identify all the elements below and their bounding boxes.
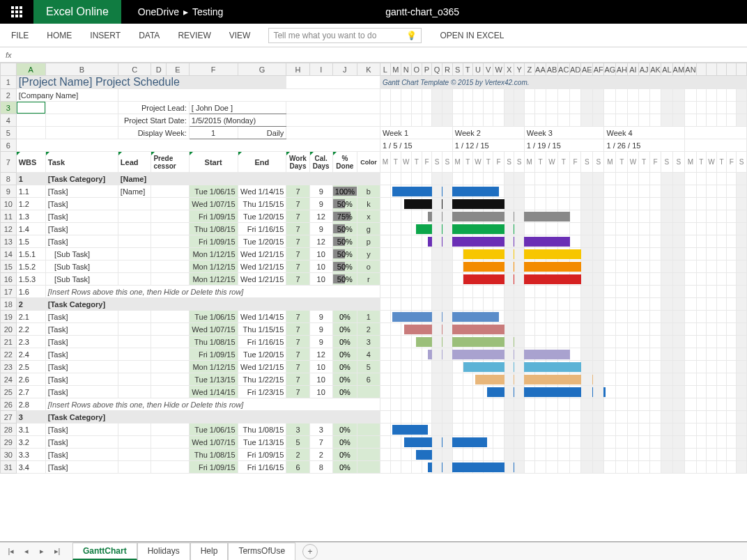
gantt-day-cell[interactable] bbox=[504, 198, 514, 210]
cell-pct[interactable]: 0% bbox=[332, 423, 357, 436]
gantt-day-cell[interactable] bbox=[380, 185, 390, 198]
cell-lead[interactable] bbox=[118, 311, 151, 323]
gantt-day-cell[interactable] bbox=[727, 373, 737, 386]
gantt-day-cell[interactable] bbox=[442, 298, 453, 311]
gantt-day-cell[interactable] bbox=[557, 298, 569, 311]
gantt-day-cell[interactable] bbox=[616, 298, 628, 311]
row-header[interactable]: 10 bbox=[1, 198, 17, 210]
gantt-day-cell[interactable] bbox=[727, 198, 737, 210]
gantt-day-cell[interactable] bbox=[717, 114, 727, 127]
gantt-day-cell[interactable] bbox=[422, 210, 432, 223]
gantt-day-cell[interactable] bbox=[524, 386, 534, 398]
row-header[interactable]: 26 bbox=[1, 398, 17, 411]
gantt-day-cell[interactable] bbox=[463, 411, 472, 423]
tab-home[interactable]: HOME bbox=[47, 31, 72, 40]
cell-color[interactable]: k bbox=[357, 198, 380, 210]
gantt-day-cell[interactable] bbox=[638, 185, 649, 198]
cell-task[interactable]: [Task] bbox=[45, 386, 118, 398]
row-header[interactable]: 6 bbox=[1, 139, 17, 152]
sheet-nav-last-icon[interactable]: ▸| bbox=[50, 547, 64, 556]
row-header[interactable]: 9 bbox=[1, 185, 17, 198]
project-title[interactable]: [Project Name] Project Schedule bbox=[16, 76, 286, 89]
gantt-day-cell[interactable] bbox=[661, 373, 672, 386]
gantt-day-cell[interactable] bbox=[380, 223, 390, 235]
gantt-day-cell[interactable] bbox=[581, 235, 593, 248]
cell-wbs[interactable]: 2.2 bbox=[16, 323, 45, 336]
gantt-day-cell[interactable] bbox=[524, 273, 534, 286]
cell-task[interactable]: [Task] bbox=[45, 235, 118, 248]
gantt-day-cell[interactable] bbox=[737, 361, 747, 373]
gantt-day-cell[interactable] bbox=[524, 223, 534, 235]
cell-end[interactable]: Wed 1/21/15 bbox=[238, 361, 286, 373]
row-header[interactable]: 14 bbox=[1, 248, 17, 260]
cell-color[interactable]: 2 bbox=[357, 323, 380, 336]
gantt-day-cell[interactable] bbox=[706, 248, 716, 260]
sheet-tab[interactable]: GanttChart bbox=[72, 543, 137, 560]
gantt-day-cell[interactable] bbox=[696, 423, 706, 436]
gantt-day-cell[interactable] bbox=[483, 311, 493, 323]
gantt-day-cell[interactable] bbox=[638, 398, 649, 411]
col-header[interactable] bbox=[717, 63, 727, 76]
gantt-day-cell[interactable] bbox=[493, 311, 504, 323]
formula-bar[interactable]: fx bbox=[0, 47, 747, 63]
gantt-day-cell[interactable] bbox=[534, 361, 546, 373]
gantt-day-cell[interactable] bbox=[514, 173, 525, 185]
cell-color[interactable]: 5 bbox=[357, 361, 380, 373]
cell-wd[interactable]: 7 bbox=[286, 361, 309, 373]
gantt-day-cell[interactable] bbox=[422, 173, 432, 185]
gantt-day-cell[interactable] bbox=[452, 286, 463, 298]
gantt-day-cell[interactable] bbox=[628, 336, 638, 348]
cell-pred[interactable] bbox=[151, 323, 189, 336]
gantt-day-cell[interactable] bbox=[514, 411, 525, 423]
gantt-day-cell[interactable] bbox=[390, 436, 401, 449]
gantt-day-cell[interactable] bbox=[452, 311, 463, 323]
gantt-day-cell[interactable] bbox=[706, 89, 716, 102]
gantt-day-cell[interactable] bbox=[581, 411, 593, 423]
cell-task[interactable]: [Task] bbox=[45, 361, 118, 373]
gantt-day-cell[interactable] bbox=[390, 223, 401, 235]
gantt-day-cell[interactable] bbox=[604, 373, 616, 386]
gantt-day-cell[interactable] bbox=[685, 298, 697, 311]
cell-pct[interactable]: 0% bbox=[332, 449, 357, 461]
gantt-day-cell[interactable] bbox=[696, 386, 706, 398]
gantt-day-cell[interactable] bbox=[514, 260, 525, 273]
gantt-day-cell[interactable] bbox=[432, 373, 442, 386]
col-header[interactable] bbox=[727, 63, 737, 76]
gantt-day-cell[interactable] bbox=[504, 348, 514, 361]
gantt-day-cell[interactable] bbox=[727, 260, 737, 273]
gantt-day-cell[interactable] bbox=[524, 411, 534, 423]
gantt-day-cell[interactable] bbox=[546, 398, 558, 411]
gantt-day-cell[interactable] bbox=[717, 436, 727, 449]
gantt-day-cell[interactable] bbox=[661, 286, 672, 298]
gantt-day-cell[interactable] bbox=[717, 449, 727, 461]
gantt-day-cell[interactable] bbox=[546, 235, 558, 248]
gantt-day-cell[interactable] bbox=[422, 449, 432, 461]
gantt-day-cell[interactable] bbox=[472, 248, 483, 260]
gantt-day-cell[interactable] bbox=[380, 373, 390, 386]
gantt-day-cell[interactable] bbox=[649, 373, 661, 386]
gantt-day-cell[interactable] bbox=[524, 398, 534, 411]
row-header[interactable]: 30 bbox=[1, 449, 17, 461]
gantt-day-cell[interactable] bbox=[390, 210, 401, 223]
cell-pred[interactable] bbox=[151, 386, 189, 398]
gantt-day-cell[interactable] bbox=[432, 273, 442, 286]
gantt-day-cell[interactable] bbox=[737, 461, 747, 474]
gantt-day-cell[interactable] bbox=[696, 373, 706, 386]
gantt-day-cell[interactable] bbox=[432, 286, 442, 298]
gantt-day-cell[interactable] bbox=[661, 348, 672, 361]
cell-end[interactable]: Thu 1/22/15 bbox=[238, 373, 286, 386]
col-header[interactable]: AJ bbox=[638, 63, 649, 76]
gantt-day-cell[interactable] bbox=[452, 373, 463, 386]
cell-lead[interactable] bbox=[118, 373, 151, 386]
cell-cd[interactable]: 9 bbox=[309, 223, 332, 235]
gantt-day-cell[interactable] bbox=[649, 411, 661, 423]
cell-task[interactable]: [Sub Task] bbox=[45, 248, 118, 260]
gantt-day-cell[interactable] bbox=[717, 89, 727, 102]
cell-cd[interactable]: 10 bbox=[309, 386, 332, 398]
gantt-day-cell[interactable] bbox=[493, 386, 504, 398]
value-display-mode[interactable]: Daily bbox=[238, 127, 286, 139]
gantt-day-cell[interactable] bbox=[472, 210, 483, 223]
hdr-lead[interactable]: Lead bbox=[118, 152, 151, 173]
gantt-day-cell[interactable] bbox=[390, 273, 401, 286]
gantt-day-cell[interactable] bbox=[737, 373, 747, 386]
